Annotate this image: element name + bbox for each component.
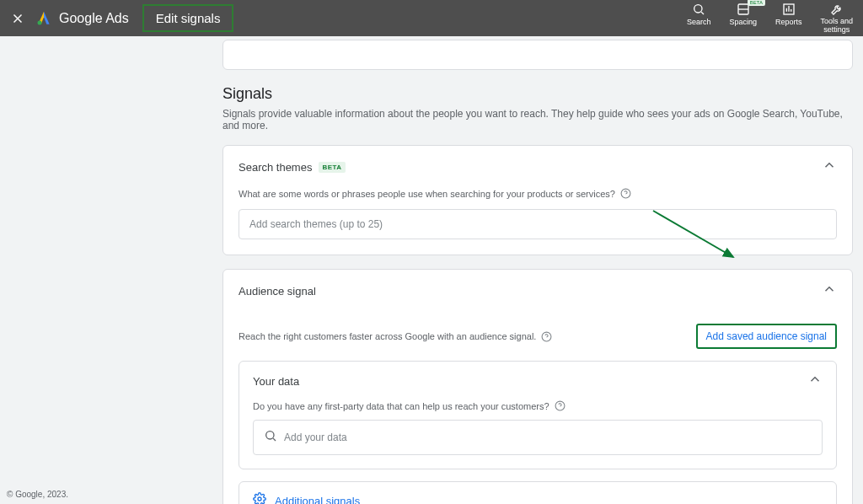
search-themes-input-wrap[interactable]: [239, 209, 837, 239]
your-data-title: Your data: [253, 375, 299, 388]
main-content: Signals Signals provide valuable informa…: [222, 40, 853, 504]
audience-signal-panel: Audience signal Reach the right customer…: [222, 269, 853, 504]
audience-signal-title: Audience signal: [239, 285, 316, 298]
beta-badge-spacing: BETA: [748, 0, 765, 6]
google-ads-logo: [35, 10, 52, 27]
help-icon[interactable]: [541, 331, 552, 342]
audience-signal-top-row: Reach the right customers faster across …: [223, 312, 852, 361]
add-saved-audience-button[interactable]: Add saved audience signal: [696, 324, 837, 349]
wrench-icon: [830, 3, 844, 16]
audience-signal-desc-text: Reach the right customers faster across …: [239, 331, 536, 341]
copyright: © Google, 2023.: [7, 490, 68, 499]
chevron-up-icon: [822, 281, 837, 300]
svg-line-18: [273, 438, 276, 441]
search-themes-input[interactable]: [249, 218, 826, 230]
tool-settings-label: Tools and settings: [820, 18, 853, 35]
search-themes-header[interactable]: Search themes BETA: [223, 146, 852, 188]
signals-title: Signals: [222, 85, 853, 103]
audience-signal-desc: Reach the right customers faster across …: [239, 331, 552, 342]
additional-signals-button[interactable]: Additional signals: [239, 481, 837, 504]
reports-icon: [782, 3, 796, 16]
tool-spacing-label: Spacing: [729, 18, 757, 26]
ads-logo-icon: [35, 10, 52, 27]
your-data-input[interactable]: [284, 432, 812, 443]
header-tools: Search BETA Spacing Reports Tools and se…: [687, 3, 853, 35]
search-icon: [264, 429, 277, 446]
previous-card-stub: [222, 40, 853, 70]
svg-point-17: [266, 432, 274, 439]
beta-badge: BETA: [319, 162, 345, 173]
your-data-header[interactable]: Your data: [239, 362, 836, 400]
your-data-input-wrap[interactable]: [253, 420, 823, 455]
tool-search[interactable]: Search: [687, 3, 711, 35]
close-button[interactable]: [10, 11, 25, 26]
page-title: Edit signals: [142, 4, 234, 32]
app-header: Google Ads Edit signals Search BETA Spac…: [0, 0, 863, 36]
tool-reports-label: Reports: [775, 18, 802, 26]
search-themes-panel: Search themes BETA What are some words o…: [222, 145, 853, 255]
search-themes-body: What are some words or phrases people us…: [223, 188, 852, 255]
svg-line-4: [701, 12, 704, 14]
svg-point-19: [258, 497, 261, 501]
signals-desc: Signals provide valuable information abo…: [222, 108, 853, 131]
chevron-up-icon: [807, 372, 823, 390]
tool-reports[interactable]: Reports: [775, 3, 802, 35]
additional-signals-label: Additional signals: [275, 495, 360, 505]
tool-spacing[interactable]: BETA Spacing: [729, 3, 757, 35]
your-data-body: Do you have any first-party data that ca…: [239, 400, 836, 469]
help-icon[interactable]: [620, 188, 631, 199]
close-icon: [10, 11, 25, 26]
audience-signal-header[interactable]: Audience signal: [223, 270, 852, 312]
help-icon[interactable]: [555, 400, 566, 411]
tool-settings[interactable]: Tools and settings: [820, 3, 853, 35]
svg-point-3: [694, 4, 702, 12]
chevron-up-icon: [822, 158, 837, 176]
search-themes-subtext-text: What are some words or phrases people us…: [239, 189, 615, 199]
your-data-subtext: Do you have any first-party data that ca…: [253, 400, 823, 411]
your-data-panel: Your data Do you have any first-party da…: [239, 361, 837, 469]
your-data-subtext-text: Do you have any first-party data that ca…: [253, 401, 549, 411]
search-themes-subtext: What are some words or phrases people us…: [239, 188, 837, 199]
search-icon: [692, 3, 705, 16]
gear-icon: [253, 492, 266, 504]
search-themes-title: Search themes: [239, 161, 312, 174]
tool-search-label: Search: [687, 18, 711, 26]
brand-text: Google Ads: [59, 11, 129, 26]
svg-point-2: [38, 20, 42, 24]
